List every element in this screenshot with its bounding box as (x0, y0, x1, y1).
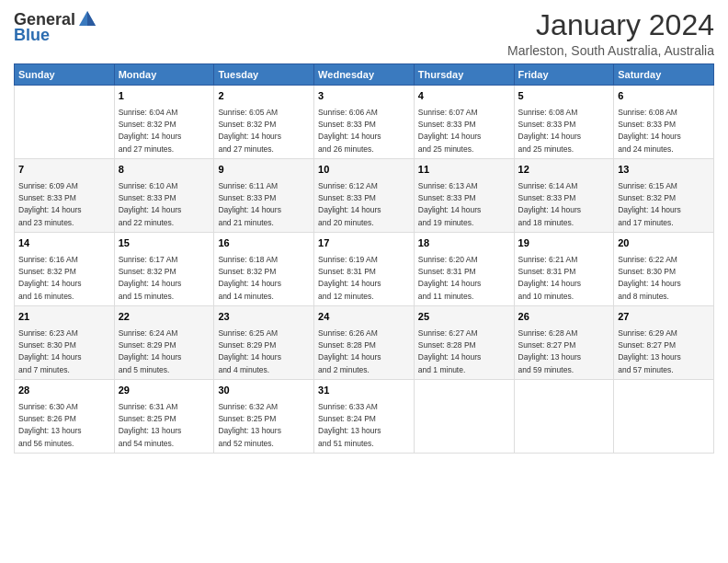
calendar-cell: 18Sunrise: 6:20 AM Sunset: 8:31 PM Dayli… (414, 233, 514, 306)
title-block: January 2024 Marleston, South Australia,… (507, 9, 714, 58)
calendar-cell: 9Sunrise: 6:11 AM Sunset: 8:33 PM Daylig… (214, 159, 314, 233)
week-row-1: 1Sunrise: 6:04 AM Sunset: 8:32 PM Daylig… (15, 86, 714, 159)
day-info: Sunrise: 6:21 AM Sunset: 8:31 PM Dayligh… (518, 255, 582, 301)
logo-blue: Blue (14, 26, 50, 45)
calendar-cell: 20Sunrise: 6:22 AM Sunset: 8:30 PM Dayli… (614, 233, 714, 306)
day-info: Sunrise: 6:18 AM Sunset: 8:32 PM Dayligh… (218, 255, 281, 301)
day-info: Sunrise: 6:30 AM Sunset: 8:26 PM Dayligh… (18, 402, 82, 448)
day-number: 31 (318, 384, 410, 397)
calendar-cell: 21Sunrise: 6:23 AM Sunset: 8:30 PM Dayli… (15, 306, 115, 380)
calendar-cell: 11Sunrise: 6:13 AM Sunset: 8:33 PM Dayli… (414, 159, 514, 233)
day-number: 25 (418, 310, 510, 324)
calendar-cell: 6Sunrise: 6:08 AM Sunset: 8:33 PM Daylig… (614, 86, 714, 159)
header-thursday: Thursday (414, 64, 514, 86)
calendar-cell: 22Sunrise: 6:24 AM Sunset: 8:29 PM Dayli… (114, 306, 214, 380)
location-subtitle: Marleston, South Australia, Australia (507, 43, 714, 58)
day-info: Sunrise: 6:06 AM Sunset: 8:33 PM Dayligh… (318, 108, 381, 154)
calendar-cell: 5Sunrise: 6:08 AM Sunset: 8:33 PM Daylig… (514, 86, 614, 159)
day-info: Sunrise: 6:20 AM Sunset: 8:31 PM Dayligh… (418, 255, 482, 301)
day-number: 23 (218, 310, 310, 324)
day-number: 5 (518, 89, 610, 103)
calendar-cell: 24Sunrise: 6:26 AM Sunset: 8:28 PM Dayli… (314, 306, 415, 380)
calendar-cell: 25Sunrise: 6:27 AM Sunset: 8:28 PM Dayli… (414, 306, 514, 380)
calendar-cell: 12Sunrise: 6:14 AM Sunset: 8:33 PM Dayli… (514, 159, 614, 233)
day-info: Sunrise: 6:08 AM Sunset: 8:33 PM Dayligh… (518, 108, 582, 154)
day-number: 22 (119, 310, 210, 324)
day-info: Sunrise: 6:31 AM Sunset: 8:25 PM Dayligh… (119, 402, 182, 448)
day-number: 14 (18, 236, 110, 250)
day-info: Sunrise: 6:33 AM Sunset: 8:24 PM Dayligh… (318, 402, 381, 448)
day-info: Sunrise: 6:25 AM Sunset: 8:29 PM Dayligh… (218, 328, 281, 374)
calendar-cell: 28Sunrise: 6:30 AM Sunset: 8:26 PM Dayli… (15, 380, 115, 454)
day-info: Sunrise: 6:09 AM Sunset: 8:33 PM Dayligh… (18, 181, 82, 227)
day-info: Sunrise: 6:14 AM Sunset: 8:33 PM Dayligh… (518, 181, 582, 227)
day-number: 24 (318, 310, 410, 324)
calendar-cell: 1Sunrise: 6:04 AM Sunset: 8:32 PM Daylig… (114, 86, 214, 159)
day-number: 28 (18, 384, 110, 397)
day-number: 1 (119, 89, 210, 103)
week-row-4: 21Sunrise: 6:23 AM Sunset: 8:30 PM Dayli… (15, 306, 714, 380)
calendar-cell: 13Sunrise: 6:15 AM Sunset: 8:32 PM Dayli… (614, 159, 714, 233)
header-wednesday: Wednesday (314, 64, 415, 86)
day-number: 7 (18, 163, 110, 177)
day-number: 27 (618, 310, 710, 324)
day-info: Sunrise: 6:22 AM Sunset: 8:30 PM Dayligh… (618, 255, 681, 301)
day-info: Sunrise: 6:15 AM Sunset: 8:32 PM Dayligh… (618, 181, 681, 227)
day-info: Sunrise: 6:07 AM Sunset: 8:33 PM Dayligh… (418, 108, 482, 154)
day-info: Sunrise: 6:17 AM Sunset: 8:32 PM Dayligh… (119, 255, 182, 301)
day-number: 13 (618, 163, 710, 177)
day-info: Sunrise: 6:19 AM Sunset: 8:31 PM Dayligh… (318, 255, 381, 301)
day-number: 4 (418, 89, 510, 103)
day-number: 19 (518, 236, 610, 250)
day-number: 26 (518, 310, 610, 324)
day-number: 3 (318, 89, 410, 103)
day-info: Sunrise: 6:08 AM Sunset: 8:33 PM Dayligh… (618, 108, 681, 154)
day-number: 16 (218, 236, 310, 250)
week-row-2: 7Sunrise: 6:09 AM Sunset: 8:33 PM Daylig… (15, 159, 714, 233)
calendar-cell (614, 380, 714, 454)
header-monday: Monday (114, 64, 214, 86)
day-info: Sunrise: 6:23 AM Sunset: 8:30 PM Dayligh… (18, 328, 82, 374)
calendar-cell (15, 86, 115, 159)
day-info: Sunrise: 6:26 AM Sunset: 8:28 PM Dayligh… (318, 328, 381, 374)
day-number: 18 (418, 236, 510, 250)
calendar-cell: 23Sunrise: 6:25 AM Sunset: 8:29 PM Dayli… (214, 306, 314, 380)
calendar-cell: 4Sunrise: 6:07 AM Sunset: 8:33 PM Daylig… (414, 86, 514, 159)
calendar-cell (414, 380, 514, 454)
calendar-cell: 7Sunrise: 6:09 AM Sunset: 8:33 PM Daylig… (15, 159, 115, 233)
calendar-cell: 10Sunrise: 6:12 AM Sunset: 8:33 PM Dayli… (314, 159, 415, 233)
calendar-cell: 16Sunrise: 6:18 AM Sunset: 8:32 PM Dayli… (214, 233, 314, 306)
calendar-cell (514, 380, 614, 454)
calendar-cell: 3Sunrise: 6:06 AM Sunset: 8:33 PM Daylig… (314, 86, 415, 159)
calendar-table: Sunday Monday Tuesday Wednesday Thursday… (14, 63, 714, 454)
day-number: 11 (418, 163, 510, 177)
week-row-5: 28Sunrise: 6:30 AM Sunset: 8:26 PM Dayli… (15, 380, 714, 454)
calendar-cell: 14Sunrise: 6:16 AM Sunset: 8:32 PM Dayli… (15, 233, 115, 306)
calendar-cell: 19Sunrise: 6:21 AM Sunset: 8:31 PM Dayli… (514, 233, 614, 306)
day-number: 9 (218, 163, 310, 177)
calendar-cell: 29Sunrise: 6:31 AM Sunset: 8:25 PM Dayli… (114, 380, 214, 454)
day-number: 8 (119, 163, 210, 177)
main-container: General Blue January 2024 Marleston, Sou… (0, 0, 728, 458)
day-number: 21 (18, 310, 110, 324)
day-info: Sunrise: 6:24 AM Sunset: 8:29 PM Dayligh… (119, 328, 182, 374)
header-friday: Friday (514, 64, 614, 86)
day-number: 30 (218, 384, 310, 397)
logo: General Blue (14, 9, 97, 45)
week-row-3: 14Sunrise: 6:16 AM Sunset: 8:32 PM Dayli… (15, 233, 714, 306)
day-info: Sunrise: 6:16 AM Sunset: 8:32 PM Dayligh… (18, 255, 82, 301)
header: General Blue January 2024 Marleston, Sou… (14, 9, 714, 58)
day-info: Sunrise: 6:32 AM Sunset: 8:25 PM Dayligh… (218, 402, 281, 448)
header-tuesday: Tuesday (214, 64, 314, 86)
day-number: 20 (618, 236, 710, 250)
month-title: January 2024 (507, 9, 714, 41)
day-info: Sunrise: 6:12 AM Sunset: 8:33 PM Dayligh… (318, 181, 381, 227)
calendar-cell: 8Sunrise: 6:10 AM Sunset: 8:33 PM Daylig… (114, 159, 214, 233)
days-header-row: Sunday Monday Tuesday Wednesday Thursday… (15, 64, 714, 86)
day-info: Sunrise: 6:10 AM Sunset: 8:33 PM Dayligh… (119, 181, 182, 227)
day-info: Sunrise: 6:11 AM Sunset: 8:33 PM Dayligh… (218, 181, 281, 227)
day-info: Sunrise: 6:04 AM Sunset: 8:32 PM Dayligh… (119, 108, 182, 154)
day-info: Sunrise: 6:05 AM Sunset: 8:32 PM Dayligh… (218, 108, 281, 154)
day-number: 6 (618, 89, 710, 103)
calendar-cell: 2Sunrise: 6:05 AM Sunset: 8:32 PM Daylig… (214, 86, 314, 159)
